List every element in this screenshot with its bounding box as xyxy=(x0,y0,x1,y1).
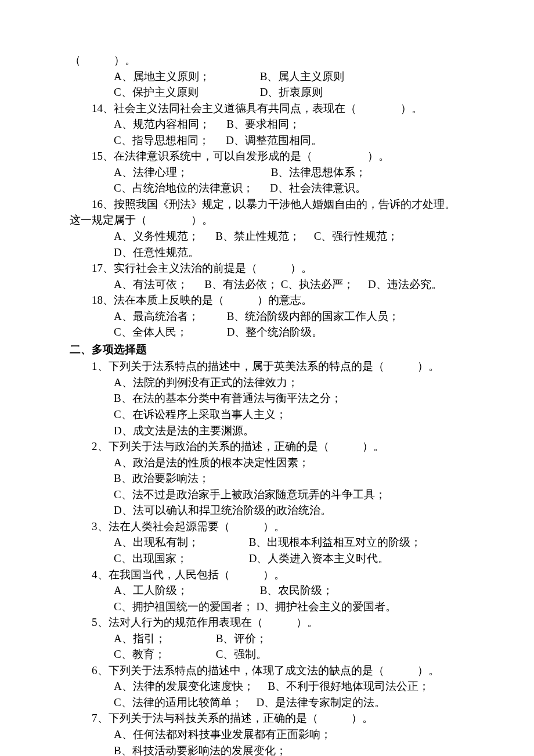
m2-opt-d: D、法可以确认和捍卫统治阶级的政治统治。 xyxy=(114,502,464,519)
q17-stem: 17、实行社会主义法治的前提是（ ）。 xyxy=(70,260,464,276)
q14-opt-b: B、要求相同； xyxy=(226,116,300,132)
q18-options: A、最高统治者； B、统治阶级内部的国家工作人员； C、全体人民； D、整个统治… xyxy=(70,308,464,340)
q17-opt-d: D、违法必究。 xyxy=(357,276,442,293)
m6-opt-a: A、法律的发展变化速度快； xyxy=(114,678,254,694)
q18-opt-d: D、整个统治阶级。 xyxy=(227,324,323,340)
q18-stem: 18、法在本质上反映的是（ ）的意志。 xyxy=(70,292,464,308)
m4-stem: 4、在我国当代，人民包括（ ）。 xyxy=(70,567,464,583)
q15-options: A、法律心理； B、法律思想体系； C、占统治地位的法律意识； D、社会法律意识… xyxy=(70,164,464,196)
q13-tail: （ ）。 xyxy=(70,52,464,69)
m3-opt-c: C、出现国家； xyxy=(114,550,246,567)
m7-stem: 7、下列关于法与科技关系的描述，正确的是（ ）。 xyxy=(70,710,464,726)
m6-options: A、法律的发展变化速度快； B、不利于很好地体现司法公正； C、法律的适用比较简… xyxy=(70,678,464,710)
q16-opt-a: A、义务性规范； xyxy=(114,228,199,244)
q16-opt-d: D、任意性规范。 xyxy=(114,244,199,261)
m1-opt-b: B、在法的基本分类中有普通法与衡平法之分； xyxy=(114,390,464,406)
m3-opt-a: A、出现私有制； xyxy=(114,534,246,550)
m3-opt-b: B、出现根本利益相互对立的阶级； xyxy=(249,534,422,550)
q13-options: A、属地主义原则； B、属人主义原则 C、保护主义原则 D、折衷原则 xyxy=(70,69,464,100)
q16-stem2: 这一规定属于（ ）。 xyxy=(70,212,464,228)
q15-stem: 15、在法律意识系统中，可以自发形成的是（ ）。 xyxy=(70,148,464,164)
m7-opt-b: B、科技活动要影响法的发展变化； xyxy=(114,743,464,756)
q17-opt-c: C、执法必严； xyxy=(281,276,355,293)
m2-opt-b: B、政治要影响法； xyxy=(114,470,464,487)
document-page: （ ）。 A、属地主义原则； B、属人主义原则 C、保护主义原则 D、折衷原则 … xyxy=(0,0,534,756)
q14-options: A、规范内容相同； B、要求相同； C、指导思想相同； D、调整范围相同。 xyxy=(70,116,464,148)
q18-opt-a: A、最高统治者； xyxy=(114,308,224,325)
m7-options: A、任何法都对科技事业发展都有正面影响； B、科技活动要影响法的发展变化； C、… xyxy=(70,726,464,756)
q17-opt-a: A、有法可依； xyxy=(114,276,188,293)
q14-opt-a: A、规范内容相同； xyxy=(114,116,210,132)
m5-opt-b: B、评价； xyxy=(216,631,268,647)
q13-opt-a: A、属地主义原则； xyxy=(114,69,257,85)
m6-opt-c: C、法律的适用比较简单； xyxy=(114,694,243,711)
section-2-heading: 二、多项选择题 xyxy=(70,341,464,358)
q13-opt-b: B、属人主义原则 xyxy=(260,69,345,85)
m5-options: A、指引； B、评价； C、教育； C、强制。 xyxy=(70,631,464,663)
m2-stem: 2、下列关于法与政治的关系的描述，正确的是（ ）。 xyxy=(70,438,464,455)
m1-opt-d: D、成文法是法的主要渊源。 xyxy=(114,423,464,439)
m5-opt-a: A、指引； xyxy=(114,631,213,647)
m3-options: A、出现私有制； B、出现根本利益相互对立的阶级； C、出现国家； D、人类进入… xyxy=(70,534,464,566)
q17-opt-b: B、有法必依； xyxy=(204,276,278,293)
m2-options: A、政治是法的性质的根本决定性因素； B、政治要影响法； C、法不过是政治家手上… xyxy=(70,455,464,519)
m7-opt-a: A、任何法都对科技事业发展都有正面影响； xyxy=(114,726,464,743)
q15-opt-a: A、法律心理； xyxy=(114,164,268,181)
m2-opt-c: C、法不过是政治家手上被政治家随意玩弄的斗争工具； xyxy=(114,487,464,503)
m4-options: A、工人阶级； B、农民阶级； C、拥护祖国统一的爱国者； D、拥护社会主义的爱… xyxy=(70,582,464,614)
m4-opt-c: C、拥护祖国统一的爱国者； xyxy=(114,599,254,615)
q18-opt-c: C、全体人民； xyxy=(114,324,224,340)
m4-opt-a: A、工人阶级； xyxy=(114,582,257,599)
m6-opt-b: B、不利于很好地体现司法公正； xyxy=(257,678,430,694)
m3-stem: 3、法在人类社会起源需要（ ）。 xyxy=(70,519,464,535)
m5-opt-c: C、教育； xyxy=(114,646,213,663)
q14-opt-d: D、调整范围相同。 xyxy=(226,132,322,149)
m1-opt-c: C、在诉讼程序上采取当事人主义； xyxy=(114,406,464,423)
m5-stem: 5、法对人行为的规范作用表现在（ ）。 xyxy=(70,614,464,631)
m1-stem: 1、下列关于法系特点的描述中，属于英美法系的特点的是（ ）。 xyxy=(70,358,464,375)
q16-stem1: 16、按照我国《刑法》规定，以暴力干涉他人婚姻自由的，告诉的才处理。 xyxy=(70,196,464,213)
q18-opt-b: B、统治阶级内部的国家工作人员； xyxy=(227,308,400,325)
q13-opt-c: C、保护主义原则 xyxy=(114,84,257,100)
m2-opt-a: A、政治是法的性质的根本决定性因素； xyxy=(114,455,464,471)
q14-stem: 14、社会主义法同社会主义道德具有共同点，表现在（ ）。 xyxy=(70,100,464,117)
m1-options: A、法院的判例没有正式的法律效力； B、在法的基本分类中有普通法与衡平法之分； … xyxy=(70,375,464,438)
q16-opt-c: C、强行性规范； xyxy=(303,228,399,244)
q16-opt-b: B、禁止性规范； xyxy=(215,228,300,244)
q17-options: A、有法可依； B、有法必依； C、执法必严； D、违法必究。 xyxy=(70,276,464,293)
m3-opt-d: D、人类进入资本主义时代。 xyxy=(249,550,389,567)
m5-opt-d: C、强制。 xyxy=(216,646,268,663)
m4-opt-b: B、农民阶级； xyxy=(260,582,334,599)
m6-opt-d: D、是法律专家制定的法。 xyxy=(245,694,385,711)
q15-opt-c: C、占统治地位的法律意识； xyxy=(114,180,254,196)
q16-options: A、义务性规范； B、禁止性规范； C、强行性规范； D、任意性规范。 xyxy=(70,228,464,260)
q15-opt-b: B、法律思想体系； xyxy=(271,164,367,181)
q13-opt-d: D、折衷原则 xyxy=(260,84,323,100)
q14-opt-c: C、指导思想相同； xyxy=(114,132,210,149)
q15-opt-d: D、社会法律意识。 xyxy=(270,180,366,196)
m4-opt-d: D、拥护社会主义的爱国者。 xyxy=(256,599,396,615)
m6-stem: 6、下列关于法系特点的描述中，体现了成文法的缺点的是（ ）。 xyxy=(70,663,464,679)
m1-opt-a: A、法院的判例没有正式的法律效力； xyxy=(114,375,464,391)
